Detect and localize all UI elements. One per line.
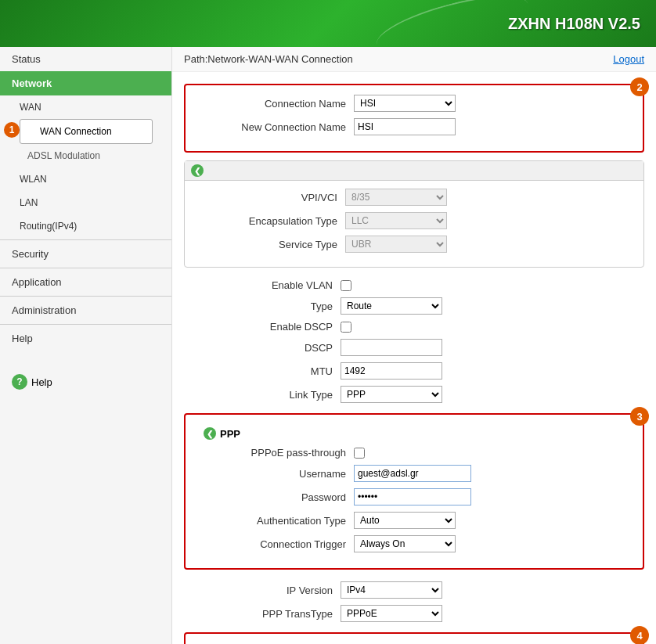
ppp-header: ❮ PPP (197, 424, 631, 443)
sidebar-item-application[interactable]: Application (0, 270, 171, 294)
sidebar-item-adsl[interactable]: ADSL Modulation (0, 144, 171, 167)
enable-vlan-checkbox[interactable] (341, 280, 351, 291)
auth-type-row: Authentication Type Auto (197, 512, 631, 529)
service-type-select[interactable]: UBR (345, 236, 447, 253)
enable-vlan-row: Enable VLAN (184, 279, 644, 291)
content-area: Path:Network-WAN-WAN Connection Logout 2… (172, 47, 656, 644)
badge-1: 1 (4, 122, 20, 138)
sidebar-item-security[interactable]: Security (0, 242, 171, 266)
help-button[interactable]: ? Help (0, 374, 171, 390)
username-label: Username (197, 468, 354, 480)
service-type-row: Service Type UBR (189, 236, 640, 253)
main-layout: Status Network WAN WAN Connection 1 ADSL… (0, 47, 656, 644)
mtu-label: MTU (184, 365, 341, 377)
vpi-label: VPI/VCI (189, 192, 345, 203)
new-connection-name-control (354, 118, 495, 135)
mtu-input[interactable] (341, 362, 442, 380)
ppp-transtype-select[interactable]: PPPoE (341, 605, 442, 622)
sidebar-item-status[interactable]: Status (0, 47, 171, 71)
enable-dscp-row: Enable DSCP (184, 321, 644, 333)
vpi-select[interactable]: 8/35 (345, 189, 447, 206)
ppp-transtype-label: PPP TransType (184, 608, 341, 620)
vpi-section-content: VPI/VCI 8/35 Encapsulation Type LLC Serv… (185, 181, 643, 267)
password-label: Password (197, 491, 354, 503)
ip-version-select[interactable]: IPv4 (341, 581, 442, 599)
breadcrumb: Path:Network-WAN-WAN Connection (184, 53, 353, 65)
sidebar-item-wan[interactable]: WAN (0, 95, 171, 119)
page-header: ZXHN H108N V2.5 (0, 0, 656, 47)
username-row: Username (197, 465, 631, 482)
sidebar: Status Network WAN WAN Connection 1 ADSL… (0, 47, 172, 644)
ip-version-row: IP Version IPv4 (184, 581, 644, 599)
ppp-collapse-arrow[interactable]: ❮ (204, 427, 216, 440)
connection-trigger-select[interactable]: Always On (354, 535, 456, 552)
service-type-label: Service Type (189, 239, 345, 250)
type-row: Type Route (184, 297, 644, 315)
dscp-input[interactable] (341, 339, 442, 356)
new-connection-name-row: New Connection Name (197, 118, 631, 135)
encapsulation-label: Encapsulation Type (189, 215, 345, 227)
connection-name-section: 2 Connection Name HSI New Connection Nam… (184, 84, 644, 153)
content-body: 2 Connection Name HSI New Connection Nam… (172, 72, 656, 644)
link-type-select[interactable]: PPP (341, 386, 442, 403)
dscp-row: DSCP (184, 339, 644, 356)
vpi-section-header: ❮ (185, 161, 643, 181)
ppp-section-label: PPP (220, 428, 240, 440)
connection-trigger-label: Connection Trigger (197, 538, 354, 550)
sidebar-item-administration[interactable]: Administration (0, 298, 171, 322)
dscp-label: DSCP (184, 342, 341, 354)
pppoe-passthrough-label: PPPoE pass-through (197, 447, 354, 459)
auth-type-label: Authentication Type (197, 515, 354, 527)
ppp-transtype-row: PPP TransType PPPoE (184, 605, 644, 622)
connection-name-label: Connection Name (197, 98, 354, 110)
sidebar-item-routing[interactable]: Routing(IPv4) (0, 214, 171, 238)
vpi-section: ❮ VPI/VCI 8/35 Encapsulation Type LLC (184, 160, 644, 268)
ip-version-form: IP Version IPv4 PPP TransType PPPoE (184, 577, 644, 632)
middle-form: Enable VLAN Type Route Enable DSCP DSCP (184, 275, 644, 413)
sidebar-item-lan[interactable]: LAN (0, 191, 171, 214)
badge-4: 4 (630, 626, 649, 644)
sidebar-item-network[interactable]: Network (0, 71, 171, 95)
connection-name-row: Connection Name HSI (197, 95, 631, 112)
link-type-label: Link Type (184, 389, 341, 401)
enable-vlan-label: Enable VLAN (184, 279, 341, 291)
pppoe-passthrough-checkbox[interactable] (354, 448, 365, 459)
sidebar-item-help[interactable]: Help (0, 326, 171, 351)
badge-3: 3 (630, 407, 649, 426)
help-text: Help (31, 376, 52, 388)
ipv4-section: 4 ❮❮ IPv4 Enable NAT (184, 632, 644, 644)
enable-dscp-checkbox[interactable] (341, 322, 351, 333)
help-icon: ? (12, 374, 27, 390)
enable-dscp-label: Enable DSCP (184, 321, 341, 333)
sidebar-item-wan-connection[interactable]: WAN Connection (20, 119, 153, 144)
ip-version-label: IP Version (184, 585, 341, 596)
logout-link[interactable]: Logout (613, 53, 644, 65)
auth-type-select[interactable]: Auto (354, 512, 456, 529)
pppoe-passthrough-row: PPPoE pass-through (197, 447, 631, 459)
connection-name-control: HSI (354, 95, 495, 112)
link-type-row: Link Type PPP (184, 386, 644, 403)
type-label: Type (184, 300, 341, 312)
mtu-row: MTU (184, 362, 644, 380)
ppp-section: 3 ❮ PPP PPPoE pass-through Username Pass… (184, 413, 644, 570)
connection-trigger-row: Connection Trigger Always On (197, 535, 631, 552)
username-input[interactable] (354, 465, 471, 482)
password-input[interactable] (354, 488, 471, 505)
type-select[interactable]: Route (341, 297, 442, 315)
encapsulation-select[interactable]: LLC (345, 212, 447, 229)
connection-name-select[interactable]: HSI (354, 95, 456, 112)
vpi-collapse-arrow[interactable]: ❮ (191, 164, 204, 177)
encapsulation-row: Encapsulation Type LLC (189, 212, 640, 229)
vpi-row: VPI/VCI 8/35 (189, 189, 640, 206)
sidebar-item-wlan[interactable]: WLAN (0, 167, 171, 191)
password-row: Password (197, 488, 631, 505)
badge-2: 2 (630, 77, 649, 96)
router-title: ZXHN H108N V2.5 (508, 15, 640, 33)
new-connection-name-input[interactable] (354, 118, 456, 135)
new-connection-name-label: New Connection Name (197, 121, 354, 133)
